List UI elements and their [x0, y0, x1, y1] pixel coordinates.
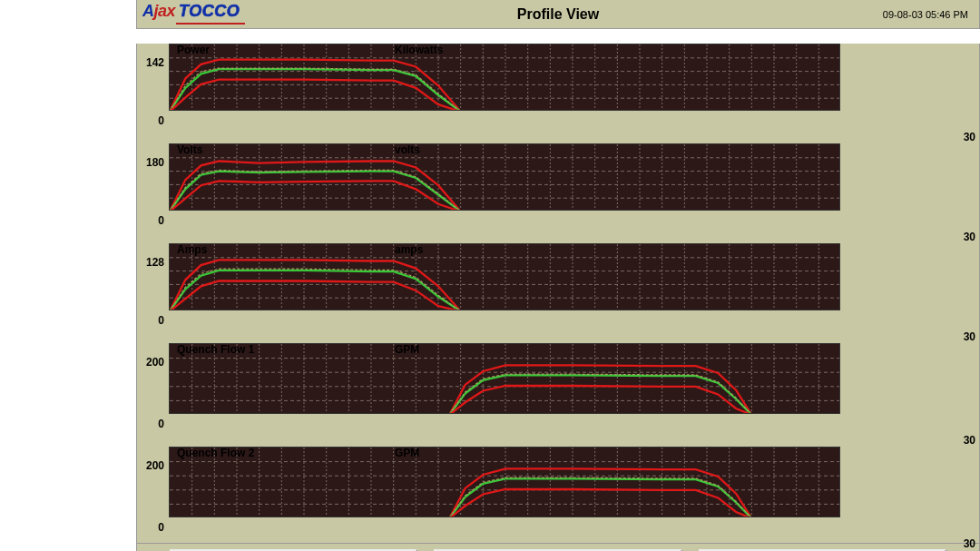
series-lower	[170, 281, 461, 311]
chart-plot	[169, 44, 840, 111]
chart-xmax: 30	[964, 537, 975, 550]
chart-ymax: 128	[137, 256, 164, 269]
header-bar: Ajax TOCCO Profile View 09-08-03 05:46 P…	[136, 0, 980, 29]
chart-xmax: 30	[964, 231, 975, 243]
chart-unit: volts	[395, 143, 420, 156]
chart-unit: amps	[395, 243, 423, 256]
series-lower	[449, 386, 751, 414]
chart-ymin: 0	[137, 418, 164, 430]
chart-plot	[169, 143, 840, 211]
logo: Ajax TOCCO	[142, 2, 240, 21]
chart-plot	[169, 343, 840, 414]
chart-ymin: 0	[137, 114, 164, 127]
chart-quench-flow-1: Quench Flow 1GPM200030	[137, 343, 979, 432]
series-actual	[449, 478, 751, 517]
chart-name: Quench Flow 1	[177, 343, 254, 356]
series-upper	[170, 162, 461, 212]
chart-quench-flow-2: Quench Flow 2GPM200030	[137, 447, 979, 536]
chart-name: Power	[177, 44, 210, 56]
datetime: 09-08-03 05:46 PM	[883, 9, 968, 20]
series-lower	[170, 181, 461, 211]
chart-ymin: 0	[137, 214, 164, 227]
logo-ajax: Ajax	[142, 2, 175, 21]
chart-unit: Kilowatts	[395, 44, 443, 56]
series-lower	[449, 489, 751, 517]
series-upper	[170, 260, 461, 310]
chart-unit: GPM	[395, 343, 419, 356]
chart-plot	[169, 243, 840, 310]
series-actual	[449, 375, 751, 414]
chart-xmax: 30	[964, 330, 975, 343]
chart-ymax: 200	[137, 459, 164, 472]
chart-ymax: 200	[137, 356, 164, 369]
chart-ymin: 0	[137, 521, 164, 534]
chart-xmax: 30	[964, 131, 975, 143]
series-nominal	[170, 269, 461, 310]
charts-area: PowerKilowatts142030Voltsvolts180030Amps…	[136, 44, 980, 544]
chart-power: PowerKilowatts142030	[137, 44, 979, 129]
chart-name: Amps	[177, 243, 207, 256]
chart-ymax: 142	[137, 56, 164, 69]
chart-ymax: 180	[137, 156, 164, 169]
chart-amps: Ampsamps128030	[137, 243, 979, 329]
chart-unit: GPM	[395, 447, 419, 459]
chart-xmax: 30	[964, 434, 975, 447]
page-title: Profile View	[517, 6, 599, 23]
footer-bar: F1 Profile Learn F2 Profile History F10 …	[136, 544, 980, 551]
chart-name: Volts	[177, 143, 202, 156]
chart-ymin: 0	[137, 314, 164, 327]
series-upper	[170, 60, 461, 111]
logo-tocco: TOCCO	[179, 2, 240, 21]
chart-name: Quench Flow 2	[177, 447, 254, 459]
chart-volts: Voltsvolts180030	[137, 143, 979, 229]
series-lower	[170, 80, 461, 111]
chart-plot	[169, 447, 840, 517]
